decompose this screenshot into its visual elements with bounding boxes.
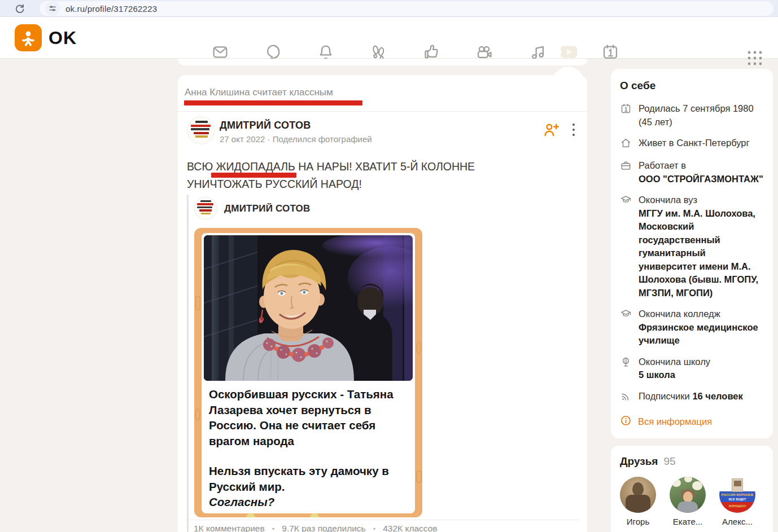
caption-paragraph-2: Нельзя впускать эту дамочку в Русский ми… xyxy=(209,463,408,494)
friend-avatar xyxy=(620,477,656,513)
reshare-author-name[interactable]: ДМИТРИЙ СОТОВ xyxy=(224,203,311,214)
reaction-emoji-peek xyxy=(310,513,319,517)
about-title: О себе xyxy=(620,80,764,92)
reshare-author-avatar[interactable] xyxy=(194,197,217,220)
post-author-name[interactable]: ДМИТРИЙ СОТОВ xyxy=(220,120,311,131)
school-globe-icon xyxy=(620,355,632,382)
briefcase-icon xyxy=(620,159,632,186)
site-header: OK xyxy=(0,17,778,59)
friend-name: Алекс... xyxy=(722,517,753,526)
classes-count[interactable]: 432К классов xyxy=(383,524,437,532)
photo-of-woman xyxy=(204,235,413,381)
photo-inner-card: Оскорбившая русских - Татьяна Лазарева х… xyxy=(202,233,415,513)
about-item-text: Родилась 7 сентября 1980 (45 лет) xyxy=(639,102,764,129)
graduation-cap-icon xyxy=(620,307,632,348)
friend-avatar xyxy=(670,477,706,513)
red-annotation-underline-1 xyxy=(184,100,362,105)
activity-header[interactable]: Анна Клишина считает классным xyxy=(185,87,333,98)
separator-dot: • xyxy=(272,525,275,532)
ok-logo-icon xyxy=(15,24,42,51)
comments-count[interactable]: 1К комментариев xyxy=(194,524,265,532)
reload-icon[interactable] xyxy=(14,2,26,15)
all-info-link[interactable]: Вся информация xyxy=(620,415,764,429)
friend-ekaterina[interactable]: Екате... xyxy=(670,477,706,526)
photo-caption: Оскорбившая русских - Татьяна Лазарева х… xyxy=(209,386,408,510)
previous-post-card-fragment xyxy=(178,59,587,65)
red-annotation-underline-2 xyxy=(211,173,296,178)
about-item-text: Живет в Санкт-Петербург xyxy=(639,137,750,151)
about-item-college: Окончила колледж Фрязинское медицинское … xyxy=(620,307,764,348)
feed-post-card: Анна Клишина считает классным ДМИТРИЙ СО… xyxy=(178,75,587,532)
post-photo[interactable]: Оскорбившая русских - Татьяна Лазарева х… xyxy=(194,228,422,517)
browser-toolbar: ok.ru/profile/317262223 xyxy=(0,0,778,17)
url-text[interactable]: ok.ru/profile/317262223 xyxy=(65,4,157,14)
subscribers-icon xyxy=(620,390,632,405)
about-item-work: Работает в ООО "СТРОЙГАЗМОНТАЖ" xyxy=(620,159,764,186)
post-meta[interactable]: 27 окт 2022 · Поделился фотографией xyxy=(220,134,372,144)
friends-count: 95 xyxy=(663,455,675,468)
about-item-text: Работает в ООО "СТРОЙГАЗМОНТАЖ" xyxy=(639,159,763,186)
caption-paragraph-1: Оскорбившая русских - Татьяна Лазарева х… xyxy=(209,386,408,449)
reaction-emoji-peek xyxy=(246,513,255,517)
about-item-birthday: Родилась 7 сентября 1980 (45 лет) xyxy=(620,102,764,129)
friend-name: Игорь xyxy=(627,517,649,526)
info-icon xyxy=(620,415,632,429)
about-item-text: Окончила колледж Фрязинское медицинское … xyxy=(639,307,764,348)
page: ok.ru/profile/317262223 OK xyxy=(0,0,778,532)
avatar-poster-art xyxy=(197,200,215,216)
address-bar[interactable]: ok.ru/profile/317262223 xyxy=(40,1,773,16)
divider xyxy=(178,111,587,112)
about-item-text: Подписчики 16 человек xyxy=(639,390,743,405)
reshare-quote-bar xyxy=(187,195,189,532)
add-friend-icon[interactable] xyxy=(543,121,560,138)
about-card: О себе Родилась 7 сентября 1980 (45 лет) xyxy=(611,69,773,438)
caption-paragraph-3: Согласны? xyxy=(209,494,408,510)
divider xyxy=(186,520,579,520)
post-author-avatar[interactable] xyxy=(187,116,215,144)
birthday-calendar-icon xyxy=(620,102,632,129)
post-stats: 1К комментариев • 9.7К раз поделились • … xyxy=(194,524,438,532)
graduation-cap-icon xyxy=(620,194,632,300)
about-item-school: Окончила школу 5 школа xyxy=(620,355,764,382)
about-item-text: Окончила вуз МГГУ им. М.А. Шолохова, Мос… xyxy=(639,194,764,300)
about-item-text: Окончила школу 5 школа xyxy=(639,355,710,382)
friend-alexander[interactable]: РОССИЯ-ВОРОНЕЖ ВСЕ БУДЕТ ХОРОШО!!! Алекс… xyxy=(719,477,755,526)
friend-name: Екате... xyxy=(673,517,702,526)
post-menu-icon[interactable] xyxy=(567,121,580,138)
home-icon xyxy=(620,137,632,151)
about-item-university: Окончила вуз МГГУ им. М.А. Шолохова, Мос… xyxy=(620,194,764,300)
friends-title[interactable]: Друзья xyxy=(620,455,658,468)
site-settings-icon[interactable] xyxy=(45,1,60,16)
about-item-city: Живет в Санкт-Петербург xyxy=(620,137,764,151)
ok-logo[interactable]: OK xyxy=(15,24,77,51)
about-item-subscribers: Подписчики 16 человек xyxy=(620,390,764,405)
friend-igor[interactable]: Игорь xyxy=(620,477,656,526)
events-icon[interactable] xyxy=(601,42,620,61)
ok-logo-text: OK xyxy=(49,28,77,49)
avatar-poster-art xyxy=(191,121,212,139)
friend-avatar: РОССИЯ-ВОРОНЕЖ ВСЕ БУДЕТ ХОРОШО!!! xyxy=(719,477,755,513)
shares-count[interactable]: 9.7К раз поделились xyxy=(282,524,365,532)
friends-card: Друзья 95 Игорь Екате... xyxy=(611,446,773,532)
apps-menu-icon[interactable] xyxy=(746,50,764,67)
separator-dot: • xyxy=(373,525,376,532)
